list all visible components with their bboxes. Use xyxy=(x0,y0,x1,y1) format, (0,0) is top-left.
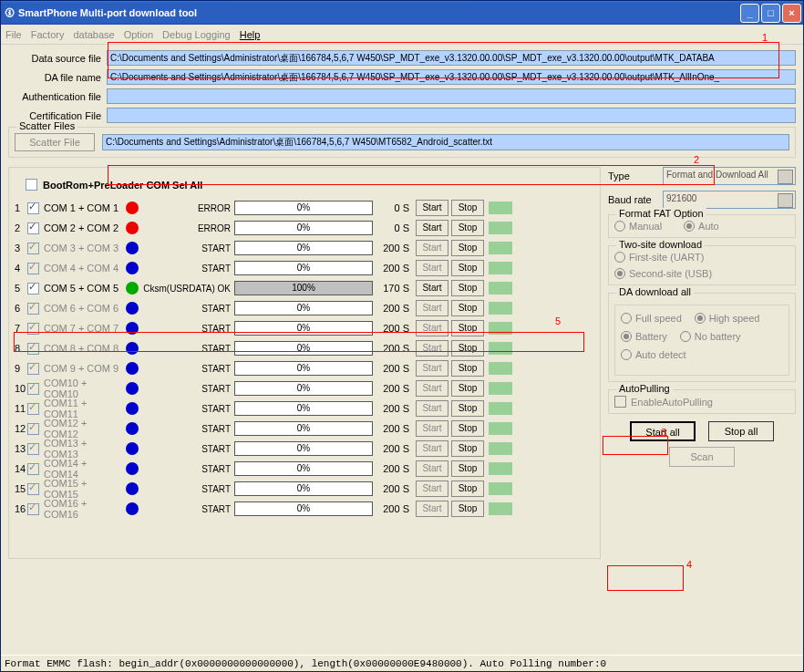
com-checkbox[interactable] xyxy=(27,423,39,435)
com-timing: 200 S xyxy=(373,423,413,434)
status-dot-icon xyxy=(126,342,139,355)
result-box xyxy=(489,402,512,415)
start-button: Start xyxy=(416,340,448,357)
stop-button[interactable]: Stop xyxy=(451,220,484,236)
menu-database[interactable]: database xyxy=(73,29,114,40)
com-checkbox[interactable] xyxy=(27,202,39,214)
start-button[interactable]: Start xyxy=(416,220,448,236)
com-checkbox[interactable] xyxy=(27,263,39,274)
status-dot-icon xyxy=(126,442,139,455)
menu-file[interactable]: File xyxy=(5,29,22,40)
com-index: 4 xyxy=(15,263,27,274)
start-button: Start xyxy=(416,400,448,417)
com-timing: 200 S xyxy=(373,503,413,514)
stop-button[interactable]: Stop xyxy=(451,360,484,377)
progress-bar: 0% xyxy=(234,301,373,315)
com-name: COM 5 + COM 5 xyxy=(39,283,123,294)
result-box xyxy=(489,362,512,375)
menu-factory[interactable]: Factory xyxy=(31,29,65,40)
high-speed-radio[interactable]: High speed xyxy=(695,313,760,324)
com-checkbox[interactable] xyxy=(27,222,39,234)
result-box xyxy=(489,462,512,475)
com-name: COM 2 + COM 2 xyxy=(39,222,123,233)
battery-radio[interactable]: Battery xyxy=(621,331,667,342)
com-index: 10 xyxy=(15,383,27,394)
start-button[interactable]: Start xyxy=(416,280,448,296)
com-checkbox[interactable] xyxy=(27,243,39,254)
com-index: 14 xyxy=(15,463,27,474)
stop-button[interactable]: Stop xyxy=(451,400,484,417)
full-speed-radio[interactable]: Full speed xyxy=(621,313,682,324)
no-battery-radio[interactable]: No battery xyxy=(680,331,741,342)
start-button: Start xyxy=(416,481,448,497)
da-download-fieldset: DA download all Full speed High speed Ba… xyxy=(608,293,796,382)
type-combo[interactable]: Format and Download All xyxy=(663,167,796,185)
com-status: START xyxy=(141,324,234,334)
start-button: Start xyxy=(416,440,448,457)
da-file-field[interactable]: C:\Documents and Settings\Administrator\… xyxy=(107,69,796,85)
menu-option[interactable]: Option xyxy=(124,29,153,40)
minimize-button[interactable]: _ xyxy=(740,4,759,23)
stop-button[interactable]: Stop xyxy=(451,320,484,336)
com-checkbox[interactable] xyxy=(27,343,39,355)
com-row: 3COM 3 + COM 3START0%200 SStartStop xyxy=(15,238,594,258)
com-timing: 200 S xyxy=(373,383,413,394)
stop-button[interactable]: Stop xyxy=(451,240,484,256)
stop-button[interactable]: Stop xyxy=(451,380,484,397)
com-checkbox[interactable] xyxy=(27,383,39,395)
stop-all-button[interactable]: Stop all xyxy=(708,421,774,441)
scatter-file-button[interactable]: Scatter File xyxy=(15,133,95,151)
com-status: START xyxy=(141,344,234,354)
enable-autopulling-checkbox[interactable] xyxy=(614,396,626,408)
scatter-fieldset: Scatter Files Scatter File C:\Documents … xyxy=(8,127,796,158)
com-checkbox[interactable] xyxy=(27,283,39,295)
stop-button[interactable]: Stop xyxy=(451,460,484,477)
menu-debug-logging[interactable]: Debug Logging xyxy=(162,29,231,40)
stop-button[interactable]: Stop xyxy=(451,200,484,216)
data-source-field[interactable]: C:\Documents and Settings\Administrator\… xyxy=(107,50,796,66)
baud-combo[interactable]: 921600 xyxy=(663,191,796,209)
com-row: 4COM 4 + COM 4START0%200 SStartStop xyxy=(15,258,594,278)
start-all-button[interactable]: Start all xyxy=(630,421,696,441)
result-box xyxy=(489,502,512,515)
second-site-radio[interactable]: Second-site (USB) xyxy=(614,268,712,279)
stop-button[interactable]: Stop xyxy=(451,280,484,296)
com-checkbox[interactable] xyxy=(27,503,39,515)
scatter-file-field[interactable]: C:\Documents and Settings\Administrator\… xyxy=(102,134,789,150)
com-status: START xyxy=(141,264,234,274)
stop-button[interactable]: Stop xyxy=(451,300,484,316)
stop-button[interactable]: Stop xyxy=(451,420,484,437)
com-name: COM14 + COM14 xyxy=(39,458,123,480)
com-checkbox[interactable] xyxy=(27,403,39,415)
com-row: 14COM14 + COM14START0%200 SStartStop xyxy=(15,459,594,479)
com-index: 3 xyxy=(15,243,27,253)
com-checkbox[interactable] xyxy=(27,323,39,335)
com-checkbox[interactable] xyxy=(27,363,39,375)
fat-auto-radio[interactable]: Auto xyxy=(684,221,719,232)
cert-file-field[interactable] xyxy=(107,108,796,123)
stop-button[interactable]: Stop xyxy=(451,501,484,517)
stop-button[interactable]: Stop xyxy=(451,481,484,497)
start-button[interactable]: Start xyxy=(416,200,448,216)
fat-manual-radio[interactable]: Manual xyxy=(614,221,662,232)
com-checkbox[interactable] xyxy=(27,463,39,475)
com-checkbox[interactable] xyxy=(27,303,39,315)
com-checkbox[interactable] xyxy=(27,483,39,495)
data-source-label: Data source file xyxy=(8,53,107,64)
titlebar[interactable]: 🛈 SmartPhone Multi-port download tool _ … xyxy=(1,1,803,25)
com-status: START xyxy=(141,504,234,514)
stop-button[interactable]: Stop xyxy=(451,260,484,276)
com-checkbox[interactable] xyxy=(27,443,39,455)
com-index: 13 xyxy=(15,443,27,454)
auth-file-label: Authentication file xyxy=(8,91,107,102)
first-site-radio[interactable]: First-site (UART) xyxy=(614,252,704,263)
auth-file-field[interactable] xyxy=(107,88,796,104)
stop-button[interactable]: Stop xyxy=(451,440,484,457)
select-all-checkbox[interactable] xyxy=(26,179,37,191)
scan-button[interactable]: Scan xyxy=(669,447,735,467)
maximize-button[interactable]: □ xyxy=(761,4,780,23)
stop-button[interactable]: Stop xyxy=(451,340,484,357)
menu-help[interactable]: Help xyxy=(240,29,261,40)
close-button[interactable]: × xyxy=(782,4,801,23)
auto-detect-radio[interactable]: Auto detect xyxy=(621,349,686,360)
